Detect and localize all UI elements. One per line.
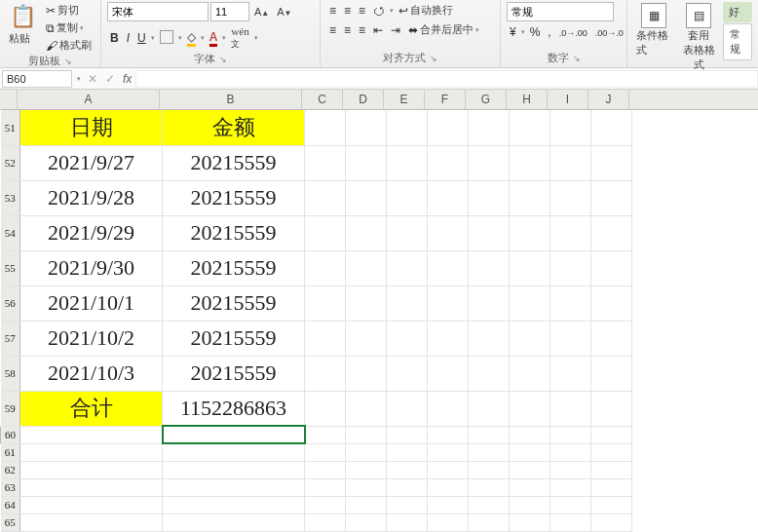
cell[interactable]	[510, 250, 550, 285]
cell[interactable]	[550, 461, 591, 478]
cell[interactable]	[346, 110, 387, 145]
row-header[interactable]: 60	[1, 426, 20, 443]
alignment-dialog-launcher-icon[interactable]: ↘	[430, 54, 437, 63]
cell[interactable]	[591, 513, 632, 531]
cell[interactable]	[591, 496, 632, 513]
cell[interactable]	[510, 110, 550, 145]
underline-button[interactable]: U	[134, 30, 149, 46]
cell[interactable]	[469, 180, 510, 215]
cell[interactable]	[469, 496, 510, 513]
cell[interactable]: 20215559	[163, 356, 305, 391]
cell[interactable]	[510, 513, 550, 531]
cell[interactable]	[387, 356, 428, 391]
cell[interactable]	[20, 478, 163, 496]
cell[interactable]	[163, 478, 305, 496]
cell[interactable]	[550, 513, 591, 531]
cell[interactable]	[305, 478, 346, 496]
cell[interactable]	[387, 145, 428, 180]
cell[interactable]	[346, 356, 387, 391]
format-painter-button[interactable]: 🖌 格式刷	[43, 37, 95, 54]
cell[interactable]	[305, 180, 346, 215]
cell[interactable]: 20215559	[163, 215, 305, 250]
align-center-button[interactable]: ≡	[341, 22, 354, 38]
cell[interactable]: 2021/9/30	[20, 250, 163, 285]
cell[interactable]	[305, 461, 346, 478]
cell[interactable]	[428, 110, 469, 145]
cell[interactable]	[428, 180, 469, 215]
cell[interactable]	[428, 321, 469, 356]
phonetic-button[interactable]: wén文	[228, 24, 251, 52]
cell[interactable]	[305, 356, 346, 391]
cell[interactable]	[387, 285, 428, 321]
align-right-button[interactable]: ≡	[356, 22, 368, 38]
cell[interactable]: 2021/9/29	[20, 215, 163, 250]
cell[interactable]	[591, 250, 632, 285]
cell[interactable]	[20, 513, 163, 531]
cell[interactable]	[387, 496, 428, 513]
cell[interactable]: 2021/10/3	[20, 356, 163, 391]
cell[interactable]	[591, 443, 632, 461]
cell[interactable]	[591, 426, 632, 443]
cell[interactable]	[510, 496, 550, 513]
decrease-font-button[interactable]: A▼	[274, 5, 294, 19]
cell[interactable]	[550, 496, 591, 513]
orientation-button[interactable]: ⭯	[370, 3, 388, 19]
cell[interactable]	[428, 145, 469, 180]
cell[interactable]	[510, 321, 550, 356]
clipboard-dialog-launcher-icon[interactable]: ↘	[64, 57, 72, 66]
cell[interactable]	[305, 443, 346, 461]
cell[interactable]	[387, 215, 428, 250]
cell[interactable]	[591, 285, 632, 321]
cell[interactable]	[20, 426, 163, 443]
cell[interactable]: 20215559	[163, 321, 305, 356]
row-header[interactable]: 61	[1, 443, 20, 461]
cell[interactable]	[550, 356, 591, 391]
number-dialog-launcher-icon[interactable]: ↘	[573, 54, 581, 63]
cell[interactable]	[428, 443, 469, 461]
cell[interactable]	[469, 513, 510, 531]
col-header-E[interactable]: E	[384, 90, 425, 109]
row-header[interactable]: 56	[1, 285, 20, 321]
font-size-select[interactable]	[210, 2, 249, 21]
row-header[interactable]: 51	[1, 110, 20, 145]
enter-formula-icon[interactable]: ✓	[101, 72, 119, 86]
cell[interactable]	[469, 321, 510, 356]
decrease-decimal-button[interactable]: .00→.0	[592, 24, 626, 40]
style-normal-button[interactable]: 常规	[723, 23, 752, 60]
align-left-button[interactable]: ≡	[326, 22, 339, 38]
cell[interactable]	[305, 513, 346, 531]
cell[interactable]	[346, 215, 387, 250]
cell[interactable]	[163, 461, 305, 478]
fill-color-button[interactable]: ◇	[184, 29, 199, 48]
cell[interactable]	[20, 443, 163, 461]
cell[interactable]	[428, 391, 469, 426]
col-header-C[interactable]: C	[302, 90, 343, 109]
cell[interactable]	[387, 461, 428, 478]
cell[interactable]	[510, 461, 550, 478]
cell[interactable]: 2021/10/1	[20, 285, 163, 321]
col-header-H[interactable]: H	[507, 90, 548, 109]
cell[interactable]: 金额	[163, 110, 305, 145]
cell[interactable]	[550, 478, 591, 496]
cell[interactable]	[163, 443, 305, 461]
spreadsheet-grid[interactable]: A B C D E F G H I J 51日期金额522021/9/27202…	[0, 90, 758, 532]
cell[interactable]	[550, 321, 591, 356]
cell[interactable]	[550, 443, 591, 461]
cell[interactable]	[591, 478, 632, 496]
cell[interactable]	[346, 478, 387, 496]
cell[interactable]: 1152286863	[163, 391, 305, 426]
cell[interactable]	[510, 478, 550, 496]
accounting-format-button[interactable]: ¥	[507, 24, 519, 40]
cell[interactable]: 2021/10/2	[20, 321, 163, 356]
row-header[interactable]: 52	[1, 145, 20, 180]
cell[interactable]	[387, 180, 428, 215]
cell[interactable]	[305, 391, 346, 426]
cell[interactable]	[346, 180, 387, 215]
cell[interactable]	[469, 215, 510, 250]
cell[interactable]	[387, 391, 428, 426]
cell[interactable]: 20215559	[163, 180, 305, 215]
cell[interactable]: 合计	[20, 391, 163, 426]
cell[interactable]	[428, 461, 469, 478]
decrease-indent-button[interactable]: ⇤	[370, 22, 386, 38]
increase-indent-button[interactable]: ⇥	[388, 22, 403, 38]
